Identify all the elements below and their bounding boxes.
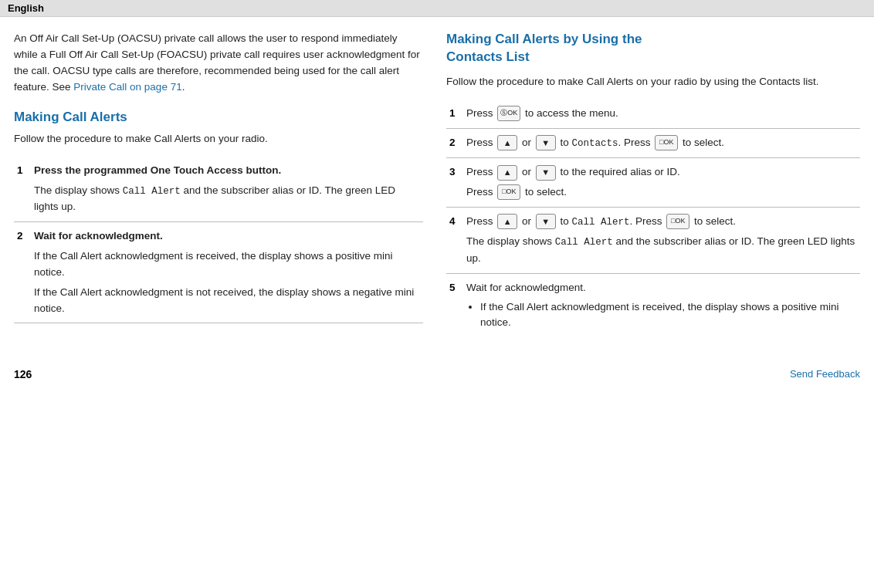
right-step-2-num: 2 <box>446 128 463 157</box>
ok-button-icon-r3: □OK <box>497 184 520 200</box>
left-step-2-num: 2 <box>14 221 31 323</box>
left-step-2-content: Wait for acknowledgment. If the Call Ale… <box>31 221 423 323</box>
right-step-4-num: 4 <box>446 207 463 273</box>
language-label: English <box>8 2 44 14</box>
left-step-2: 2 Wait for acknowledgment. If the Call A… <box>14 221 423 323</box>
right-column: Making Call Alerts by Using the Contacts… <box>446 31 860 340</box>
send-feedback-link[interactable]: Send Feedback <box>790 368 860 380</box>
right-step-5: 5 Wait for acknowledgment. If the Call A… <box>446 273 860 340</box>
right-step-2-content: Press ▲ or ▼ to Contacts. Press □OK to s… <box>463 128 860 157</box>
intro-paragraph: An Off Air Call Set-Up (OACSU) private c… <box>14 31 423 96</box>
right-step-4-body2: The display shows Call Alert and the sub… <box>466 234 857 266</box>
right-heading-line1: Making Call Alerts by Using the <box>446 32 642 46</box>
right-step-5-bullet-1: If the Call Alert acknowledgment is rece… <box>480 299 857 332</box>
left-step-2-body2: If the Call Alert acknowledgment is not … <box>34 285 420 317</box>
right-step-2: 2 Press ▲ or ▼ to Contacts. Press □OK to… <box>446 128 860 157</box>
right-step-3: 3 Press ▲ or ▼ to the required alias or … <box>446 158 860 208</box>
right-steps-table: 1 Press ⓈOK to access the menu. 2 Press … <box>446 100 860 341</box>
right-step-5-content: Wait for acknowledgment. If the Call Ale… <box>463 273 860 340</box>
down-button-icon-r3: ▼ <box>536 165 556 181</box>
language-bar: English <box>0 0 874 17</box>
right-follow-text: Follow the procedure to make Call Alerts… <box>446 74 860 90</box>
left-step-1-body: The display shows Call Alert and the sub… <box>34 183 420 215</box>
page-footer: 126 Send Feedback <box>0 362 874 384</box>
up-button-icon-r4: ▲ <box>497 214 517 229</box>
ok-button-icon-r1: ⓈOK <box>497 106 520 121</box>
main-content: An Off Air Call Set-Up (OACSU) private c… <box>0 17 874 354</box>
right-step-1: 1 Press ⓈOK to access the menu. <box>446 100 860 128</box>
right-step-4-content: Press ▲ or ▼ to Call Alert. Press □OK to… <box>463 207 860 273</box>
right-step-5-num: 5 <box>446 273 463 340</box>
call-alert-mono-r4: Call Alert <box>572 217 630 228</box>
left-step-end-spacer <box>14 323 423 324</box>
left-step-1-num: 1 <box>14 157 31 222</box>
right-step-1-num: 1 <box>446 100 463 128</box>
right-step-5-bullets: If the Call Alert acknowledgment is rece… <box>480 299 857 332</box>
making-call-alerts-contacts-heading: Making Call Alerts by Using the Contacts… <box>446 31 860 66</box>
left-column: An Off Air Call Set-Up (OACSU) private c… <box>14 31 423 340</box>
up-button-icon-r3: ▲ <box>497 165 517 181</box>
right-step-3-content: Press ▲ or ▼ to the required alias or ID… <box>463 158 860 208</box>
ok-button-icon-r2: □OK <box>655 135 678 150</box>
right-step-1-content: Press ⓈOK to access the menu. <box>463 100 860 128</box>
making-call-alerts-heading: Making Call Alerts <box>14 110 423 125</box>
up-button-icon-r2: ▲ <box>497 135 517 150</box>
contacts-mono-r2: Contacts <box>572 138 618 149</box>
left-step-1-title: Press the programmed One Touch Access bu… <box>34 164 281 176</box>
private-call-link[interactable]: Private Call on page 71 <box>73 81 181 93</box>
left-step-2-title: Wait for acknowledgment. <box>34 230 163 242</box>
right-step-5-title: Wait for acknowledgment. <box>466 280 857 296</box>
left-step-2-body1: If the Call Alert acknowledgment is rece… <box>34 248 420 281</box>
left-follow-text: Follow the procedure to make Call Alerts… <box>14 131 423 147</box>
left-step-1-mono: Call Alert <box>123 186 181 197</box>
ok-button-icon-r4: □OK <box>666 214 689 229</box>
left-step-1-content: Press the programmed One Touch Access bu… <box>31 157 423 222</box>
right-step-3-num: 3 <box>446 158 463 208</box>
right-step-3-body1: Press ▲ or ▼ to the required alias or ID… <box>466 164 857 181</box>
right-step-4: 4 Press ▲ or ▼ to Call Alert. Press □OK … <box>446 207 860 273</box>
down-button-icon-r4: ▼ <box>536 214 556 229</box>
right-step-3-body2: Press □OK to select. <box>466 184 857 201</box>
intro-text-end: . <box>182 81 185 93</box>
call-alert-mono2-r4: Call Alert <box>555 237 613 248</box>
right-step-4-body1: Press ▲ or ▼ to Call Alert. Press □OK to… <box>466 214 857 230</box>
left-step-1: 1 Press the programmed One Touch Access … <box>14 157 423 222</box>
right-heading-line2: Contacts List <box>446 49 530 64</box>
page-number: 126 <box>14 368 32 380</box>
down-button-icon-r2: ▼ <box>536 135 556 150</box>
left-steps-table: 1 Press the programmed One Touch Access … <box>14 157 423 324</box>
